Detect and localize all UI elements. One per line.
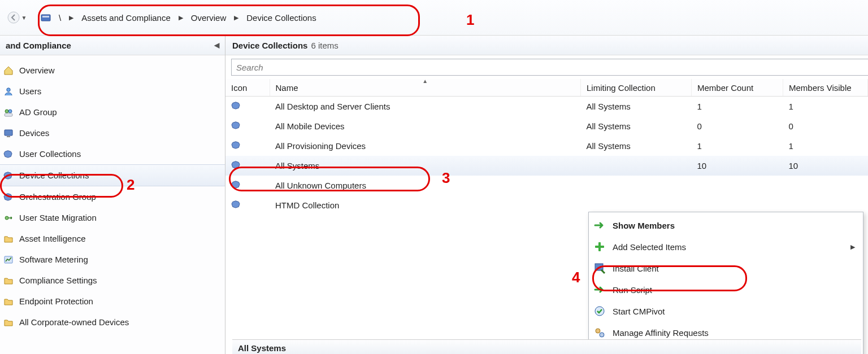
collapse-nav-icon[interactable]: ◀ — [214, 41, 219, 49]
nav-item-device-collections[interactable]: Device Collections — [0, 164, 225, 186]
table-row[interactable]: All Desktop and Server ClientsAll System… — [225, 97, 868, 117]
cell-limit: All Systems — [581, 97, 692, 117]
ctx-item-label: Show Members — [613, 221, 855, 230]
cell-count: 1 — [692, 97, 783, 117]
nav-item-label: Overview — [19, 65, 55, 75]
content-pane: Device Collections 6 items Icon▲NameLimi… — [225, 36, 868, 354]
column-header[interactable]: Member Count — [692, 79, 783, 97]
folder-icon — [3, 317, 14, 327]
svg-rect-7 — [5, 130, 12, 136]
svg-rect-1 — [41, 15, 50, 21]
svg-rect-6 — [5, 113, 12, 116]
nav-item-label: Users — [19, 86, 41, 96]
nav-item-label: Endpoint Protection — [19, 296, 93, 306]
breadcrumb-item-0[interactable]: Assets and Compliance — [81, 13, 171, 23]
column-header[interactable]: ▲Name — [270, 79, 581, 97]
nav-item-all-corporate-owned-devices[interactable]: All Corporate-owned Devices — [0, 312, 225, 333]
nav-item-label: Asset Intelligence — [19, 234, 86, 243]
content-header: Device Collections 6 items — [225, 36, 868, 55]
client-icon — [593, 262, 606, 274]
ctx-show-members[interactable]: Show Members — [590, 215, 862, 236]
arrow-right2-icon — [593, 283, 606, 296]
cell-name: All Provisioning Devices — [270, 136, 581, 156]
svg-point-0 — [8, 12, 19, 23]
cell-name: HTMD Collection — [270, 195, 581, 215]
collection-icon — [3, 192, 14, 202]
cell-limit — [581, 176, 692, 195]
user-icon — [3, 86, 14, 97]
ctx-item-label: Start CMPivot — [613, 307, 855, 316]
svg-rect-8 — [7, 136, 10, 137]
search-input[interactable] — [231, 59, 868, 76]
collection-icon — [3, 171, 14, 181]
ctx-install-client[interactable]: Install Client — [590, 257, 862, 279]
nav-item-label: Orchestration Group — [19, 192, 96, 202]
folder-icon — [3, 234, 14, 244]
column-header-label: Name — [276, 83, 298, 93]
ctx-item-label: Manage Affinity Requests — [613, 328, 855, 338]
breadcrumb: \ ▶ Assets and Compliance ▶ Overview ▶ D… — [34, 12, 326, 23]
cell-name: All Desktop and Server Clients — [270, 97, 581, 117]
cell-limit — [581, 156, 692, 176]
ctx-add-selected-items[interactable]: Add Selected Items▶ — [590, 236, 862, 257]
nav-list: Overview Users AD Group Devices User Col… — [0, 55, 225, 333]
ctx-start-cmpivot[interactable]: Start CMPivot — [590, 300, 862, 322]
nav-item-ad-group[interactable]: AD Group — [0, 102, 225, 123]
arrow-right-icon — [593, 219, 606, 231]
nav-item-orchestration-group[interactable]: Orchestration Group — [0, 186, 225, 207]
breadcrumb-item-2[interactable]: Device Collections — [246, 13, 316, 23]
content-title: Device Collections — [232, 41, 307, 50]
nav-item-software-metering[interactable]: Software Metering — [0, 249, 225, 270]
cell-count: 0 — [692, 116, 783, 136]
navigation-pane: and Compliance ◀ Overview Users AD Group… — [0, 36, 225, 354]
nav-item-users[interactable]: Users — [0, 81, 225, 102]
cell-visible — [783, 176, 868, 195]
cmpivot-icon — [593, 305, 606, 317]
migrate-icon — [3, 213, 14, 223]
column-header[interactable]: Members Visible — [783, 79, 868, 97]
nav-item-overview[interactable]: Overview — [0, 60, 225, 81]
column-header[interactable]: Icon — [225, 79, 270, 97]
back-arrow-icon — [7, 11, 20, 24]
svg-rect-2 — [42, 16, 49, 18]
table-row[interactable]: All Unknown Computers — [225, 176, 868, 195]
column-header-label: Member Count — [697, 83, 753, 93]
svg-point-15 — [596, 329, 600, 333]
table-row[interactable]: All Provisioning DevicesAll Systems11 — [225, 136, 868, 156]
nav-item-compliance-settings[interactable]: Compliance Settings — [0, 270, 225, 291]
back-dropdown-button[interactable]: ▼ — [0, 0, 34, 35]
nav-item-devices[interactable]: Devices — [0, 123, 225, 143]
svg-point-4 — [5, 110, 8, 113]
affinity-icon — [593, 326, 606, 339]
nav-header: and Compliance ◀ — [0, 36, 225, 55]
cell-count — [692, 176, 783, 195]
cell-visible: 1 — [783, 136, 868, 156]
folder-icon — [3, 276, 14, 286]
nav-item-asset-intelligence[interactable]: Asset Intelligence — [0, 228, 225, 249]
cell-name: All Mobile Devices — [270, 116, 581, 136]
device-icon — [3, 128, 14, 138]
content-count: 6 items — [311, 41, 338, 50]
cell-visible: 1 — [783, 97, 868, 117]
column-header[interactable]: Limiting Collection — [581, 79, 692, 97]
plus-icon — [593, 241, 606, 253]
chevron-right-icon: ▶ — [179, 14, 183, 21]
nav-item-endpoint-protection[interactable]: Endpoint Protection — [0, 291, 225, 312]
breadcrumb-root-icon — [41, 12, 51, 23]
table-row[interactable]: All Mobile DevicesAll Systems00 — [225, 116, 868, 136]
breadcrumb-item-1[interactable]: Overview — [191, 13, 227, 23]
nav-header-title: and Compliance — [6, 41, 71, 50]
chevron-right-icon: ▶ — [69, 14, 73, 21]
table-row[interactable]: All Systems1010 — [225, 156, 868, 176]
nav-item-user-state-migration[interactable]: User State Migration — [0, 207, 225, 228]
chevron-right-icon: ▶ — [234, 14, 238, 21]
nav-item-user-collections[interactable]: User Collections — [0, 143, 225, 164]
ctx-run-script[interactable]: Run Script — [590, 279, 862, 300]
nav-item-label: User State Migration — [19, 213, 97, 222]
ctx-item-label: Run Script — [613, 285, 855, 295]
breadcrumb-bar: ▼ \ ▶ Assets and Compliance ▶ Overview ▶… — [0, 0, 868, 36]
adgroup-icon — [3, 107, 14, 117]
collection-icon — [231, 140, 241, 149]
folder-icon — [3, 296, 14, 307]
collection-icon — [3, 149, 14, 159]
